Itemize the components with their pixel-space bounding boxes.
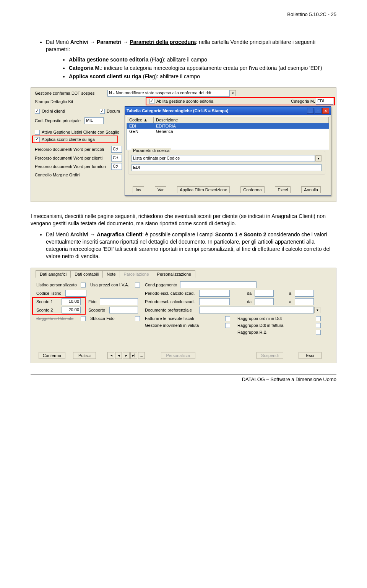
btn-sospendi[interactable]: Sospendi (257, 352, 283, 359)
btn-esci[interactable]: Esci (299, 352, 322, 359)
popup-titlebar[interactable]: Tabella Categorie Merceologiche (Ctrl+S … (125, 107, 331, 115)
field-a2[interactable] (295, 298, 314, 305)
field-nonmod[interactable]: N - Non modificare stato sospeso alla co… (107, 90, 230, 97)
lbl-periodo2: Periodo escl. calcolo scad. (145, 299, 195, 304)
tab-dati-contabili[interactable]: Dati contabili (70, 270, 103, 278)
lbl-da1: da (247, 291, 252, 296)
col-descrizione[interactable]: Descrizione (154, 117, 329, 123)
chk-iva[interactable] (135, 283, 140, 288)
footer-rule (31, 375, 336, 375)
lbl-catm: Categoria M. (291, 99, 315, 103)
chk-fattric[interactable] (225, 316, 230, 321)
lbl-attiva: Attiva Gestione Listini Cliente con Scag… (42, 130, 119, 134)
chk-listino[interactable] (81, 283, 86, 288)
lbl-periodo1: Periodo escl. calcolo scad. (145, 291, 195, 296)
field-catm[interactable]: EDI (316, 98, 333, 105)
btn-excel[interactable]: Excel (275, 186, 291, 193)
lbl-ordini: Ordini clienti (42, 109, 65, 113)
chk-abilita[interactable] (149, 99, 154, 104)
list-header: Codice ▲ Descrizione (127, 116, 329, 123)
list-body[interactable]: EDIEDITORIA GENGenerica (127, 123, 329, 150)
lbl-coddep: Cod. Deposito principale (35, 118, 81, 123)
lbl-fattric: Fatturare le ricevute fiscali (145, 316, 194, 321)
field-scoperto[interactable] (109, 307, 138, 313)
tab-personalizzazione[interactable]: Personalizzazione (153, 270, 195, 278)
row-gen[interactable]: GENGenerica (127, 129, 329, 134)
header-page-label: Bollettino 5.10.2C - 25 (287, 11, 336, 17)
field-sconto1[interactable]: 10,00 (62, 298, 81, 305)
tab-note[interactable]: Note (102, 270, 120, 278)
field-cart[interactable]: C:\ (111, 146, 122, 153)
fieldset-parametri: Parametri di ricerca Lista ordinata per … (128, 151, 325, 174)
field-mil[interactable]: MIL (84, 117, 104, 124)
bullet-categoria: Categoria M.: indicare la categoria merc… (69, 65, 336, 72)
chk-attiva[interactable] (35, 130, 40, 135)
btn-filtro[interactable]: Applica Filtro Descrizione (177, 186, 230, 193)
tab-dati-anagrafici[interactable]: Dati anagrafici (36, 270, 71, 278)
tab-parcellazione[interactable]: Parcellazione (120, 270, 153, 278)
lbl-perc-art: Percorso documenti Word per articoli (35, 147, 104, 152)
field-condpag[interactable] (180, 281, 257, 288)
nav-more-icon[interactable]: … (138, 352, 145, 359)
chk-sblocca[interactable] (135, 316, 140, 321)
lbl-soggetto: Soggetto a Ritenuta (36, 316, 73, 321)
lbl-perc-cli: Percorso documenti Word per clienti (35, 156, 102, 160)
maximize-button[interactable]: □ (315, 108, 322, 114)
lbl-raggrb: Raggruppa R.B. (237, 330, 268, 334)
chk-raggord[interactable] (316, 316, 321, 321)
lbl-gest-conf: Gestione conferma DDT sospesi (35, 91, 96, 95)
lbl-perc-for: Percorso documenti Word per fornitori (35, 164, 106, 169)
close-button[interactable]: × (322, 108, 329, 114)
chk-raggrb[interactable] (316, 330, 321, 335)
lbl-docpref: Documento preferenziale (145, 308, 192, 312)
field-sconto2[interactable]: 20,00 (62, 307, 81, 313)
field-da1[interactable] (255, 290, 274, 297)
dropdown-icon[interactable] (230, 90, 236, 96)
chk-ordini[interactable] (35, 109, 40, 114)
minimize-button[interactable]: _ (307, 108, 314, 114)
lbl-docum: Docum (107, 109, 120, 113)
btn-pulisci[interactable]: Pulisci (73, 352, 96, 359)
btn-conferma[interactable]: Conferma (240, 186, 264, 193)
field-cfor[interactable]: C:\ (111, 163, 122, 170)
chk-docum[interactable] (100, 109, 105, 114)
field-ccli[interactable]: C:\ (111, 155, 122, 162)
field-periodo1[interactable] (199, 290, 230, 297)
nav-prev-icon[interactable]: ◂ (115, 352, 122, 359)
chk-sogg[interactable] (81, 316, 86, 321)
lbl-da2: da (247, 299, 252, 304)
para-meccanismi: I meccanismi, descritti nelle pagine seg… (31, 213, 336, 227)
btn-ins[interactable]: Ins (133, 186, 144, 193)
lbl-raggddt: Raggruppa Ddt in fattura (237, 323, 283, 328)
field-codlist[interactable] (65, 290, 86, 297)
btn-personalizza[interactable]: Personalizza (161, 352, 195, 359)
dropdown-icon-3[interactable] (314, 307, 320, 313)
chk-applica[interactable] (35, 137, 40, 142)
field-periodo2[interactable] (199, 298, 230, 305)
dropdown-icon-2[interactable] (315, 155, 322, 162)
nav-next-icon[interactable]: ▸ (123, 352, 130, 359)
fieldset-title: Parametri di ricerca (132, 148, 171, 153)
nav-last-icon[interactable]: ▸| (130, 352, 137, 359)
btn-var[interactable]: Var (155, 186, 166, 193)
field-docpref[interactable] (199, 307, 314, 313)
btn-conferma2[interactable]: Conferma (39, 352, 65, 359)
field-fido[interactable] (100, 298, 138, 305)
popup-categorie: Tabella Categorie Merceologiche (Ctrl+S … (125, 106, 331, 196)
field-lista-ord[interactable]: Lista ordinata per Codice (132, 155, 315, 162)
lbl-fido: Fido (88, 299, 96, 304)
row-edi[interactable]: EDIEDITORIA (127, 123, 329, 129)
chk-gestmov[interactable] (225, 323, 230, 328)
nav-icons: |◂ ◂ ▸ ▸| … (107, 352, 145, 359)
lbl-a1: a (289, 291, 291, 296)
field-a1[interactable] (295, 290, 314, 297)
btn-annulla[interactable]: Annulla (301, 186, 321, 193)
field-da2[interactable] (255, 298, 274, 305)
bullet-abilita: Abilita gestione sconto editoria (Flag):… (69, 56, 336, 63)
lbl-a2: a (289, 299, 291, 304)
field-edi-search[interactable]: EDI (132, 164, 322, 171)
col-codice[interactable]: Codice ▲ (127, 117, 154, 123)
nav-first-icon[interactable]: |◂ (107, 352, 114, 359)
chk-raggddt[interactable] (316, 323, 321, 328)
screenshot-parametri: Gestione conferma DDT sospesi N - Non mo… (31, 87, 336, 202)
